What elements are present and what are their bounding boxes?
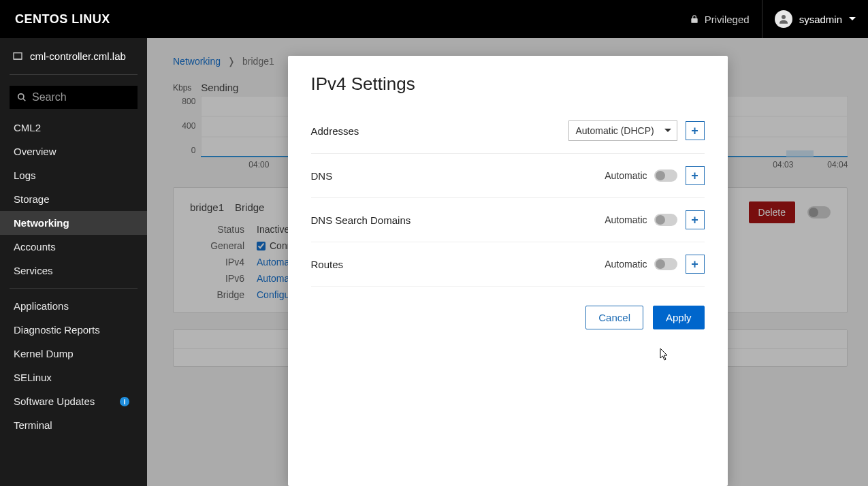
privileged-label: Privileged xyxy=(705,14,750,25)
host-row[interactable]: cml-controller.cml.lab xyxy=(0,38,147,69)
dns-auto-label: Automatic xyxy=(605,170,647,181)
sidebar-item-applications[interactable]: Applications xyxy=(0,294,147,318)
dns-search-auto-label: Automatic xyxy=(605,214,647,225)
addresses-label: Addresses xyxy=(311,125,359,137)
routes-row: Routes Automatic + xyxy=(311,242,705,287)
search-input[interactable]: Search xyxy=(10,86,138,109)
main-content: Networking ❭ bridge1 Kbps 800 400 0 Send… xyxy=(147,38,868,486)
host-name: cml-controller.cml.lab xyxy=(30,50,126,62)
info-badge-icon: i xyxy=(120,397,129,406)
sidebar-item-accounts[interactable]: Accounts xyxy=(0,235,147,259)
add-dns-search-button[interactable]: + xyxy=(686,210,705,229)
routes-label: Routes xyxy=(311,259,344,270)
sidebar-item-diagnostic[interactable]: Diagnostic Reports xyxy=(0,318,147,342)
svg-point-3 xyxy=(18,94,24,99)
dns-search-row: DNS Search Domains Automatic + xyxy=(311,198,705,242)
addresses-row: Addresses Automatic (DHCP) + xyxy=(311,108,705,154)
ipv4-settings-modal: IPv4 Settings Addresses Automatic (DHCP)… xyxy=(288,56,728,486)
dns-row: DNS Automatic + xyxy=(311,154,705,198)
dns-search-label: DNS Search Domains xyxy=(311,214,411,226)
modal-backdrop: IPv4 Settings Addresses Automatic (DHCP)… xyxy=(147,38,868,486)
add-address-button[interactable]: + xyxy=(686,121,705,140)
add-route-button[interactable]: + xyxy=(686,255,705,274)
lock-icon xyxy=(690,14,699,24)
brand: CENTOS LINUX xyxy=(0,12,125,27)
avatar xyxy=(775,10,792,28)
sidebar-item-kdump[interactable]: Kernel Dump xyxy=(0,342,147,366)
sidebar-item-services[interactable]: Services xyxy=(0,259,147,282)
svg-rect-1 xyxy=(14,52,22,59)
routes-auto-toggle[interactable] xyxy=(654,258,677,270)
sidebar-item-storage[interactable]: Storage xyxy=(0,187,147,211)
search-icon xyxy=(17,93,27,102)
sidebar-item-logs[interactable]: Logs xyxy=(0,163,147,187)
nav-section-2: Applications Diagnostic Reports Kernel D… xyxy=(0,294,147,437)
user-menu[interactable]: sysadmin xyxy=(762,10,868,28)
routes-auto-label: Automatic xyxy=(605,259,647,270)
caret-down-icon xyxy=(664,127,671,134)
privileged-indicator[interactable]: Privileged xyxy=(677,0,762,38)
addresses-mode-value: Automatic (DHCP) xyxy=(576,125,654,136)
host-icon xyxy=(12,51,23,62)
dns-auto-toggle[interactable] xyxy=(654,169,677,182)
cancel-button[interactable]: Cancel xyxy=(585,306,643,329)
add-dns-button[interactable]: + xyxy=(686,166,705,185)
sidebar-item-overview[interactable]: Overview xyxy=(0,140,147,163)
user-name: sysadmin xyxy=(799,14,842,25)
svg-line-4 xyxy=(23,99,26,101)
nav-section-1: CML2 Overview Logs Storage Networking Ac… xyxy=(0,116,147,282)
sidebar-item-networking[interactable]: Networking xyxy=(0,211,147,235)
modal-title: IPv4 Settings xyxy=(311,74,705,95)
search-placeholder: Search xyxy=(32,91,67,103)
caret-down-icon xyxy=(849,16,856,22)
dns-search-auto-toggle[interactable] xyxy=(654,214,677,226)
sidebar: cml-controller.cml.lab Search CML2 Overv… xyxy=(0,38,147,486)
addresses-mode-select[interactable]: Automatic (DHCP) xyxy=(568,120,677,141)
top-bar: CENTOS LINUX Privileged sysadmin xyxy=(0,0,868,38)
sidebar-item-swupdates[interactable]: Software Updates i xyxy=(0,389,147,413)
sidebar-item-cml2[interactable]: CML2 xyxy=(0,116,147,140)
apply-button[interactable]: Apply xyxy=(653,306,705,329)
sidebar-item-terminal[interactable]: Terminal xyxy=(0,413,147,437)
dns-label: DNS xyxy=(311,170,333,182)
sidebar-item-selinux[interactable]: SELinux xyxy=(0,366,147,389)
sidebar-item-label: Software Updates xyxy=(14,395,95,407)
svg-point-0 xyxy=(782,15,786,19)
